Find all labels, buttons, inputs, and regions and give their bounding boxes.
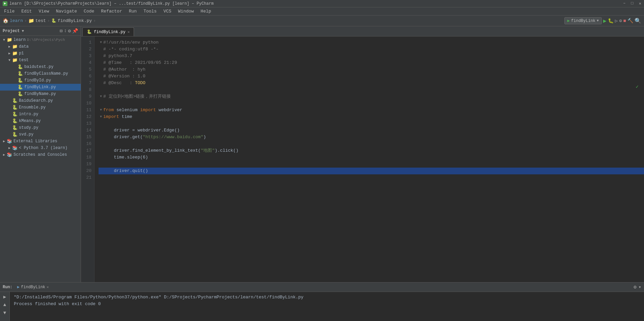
menu-view[interactable]: View [36,8,52,15]
line-number: 16 [81,141,91,147]
tree-arrow[interactable]: ▼ [7,58,12,62]
run-config-dropdown-icon[interactable]: ▼ [597,19,599,23]
tree-item-external-libraries[interactable]: ▶📚External Libraries [0,138,81,145]
tree-label: < Python 3.7 (learn) [19,146,68,150]
search-everywhere-icon[interactable]: 🔍 [635,18,641,24]
tree-arrow[interactable]: ▶ [1,139,7,143]
menu-window[interactable]: Window [176,8,197,15]
code-line [99,174,644,181]
code-area[interactable]: ▼#!/usr/bin/env python # -*- coding:utf8… [95,36,644,282]
profile-button[interactable]: ⊙ [619,18,622,24]
coverage-button[interactable]: ▷ [615,18,618,24]
menu-tools[interactable]: Tools [141,8,159,15]
menu-code[interactable]: Code [81,8,97,15]
debug-button[interactable]: 🐛 [608,18,614,24]
line-number: 1 [81,39,91,46]
fold-arrow-empty [99,67,103,72]
sort-icon[interactable]: ↕ [64,28,66,34]
tree-arrow[interactable]: ▶ [7,51,12,55]
bottom-tab-close[interactable]: ✕ [47,285,49,289]
fold-arrow-active[interactable]: ▼ [99,94,103,99]
tab-close-btn[interactable]: ✕ [128,30,130,34]
bottom-tab-run-icon: ▶ [17,285,20,290]
line-number: 8 [81,87,91,93]
bottom-tab-run-label: findByLink [21,285,45,290]
run-button[interactable]: ▶ [603,18,607,24]
code-token: # @Version : 1.0 [103,73,145,80]
tree-item-findbyclassname-py[interactable]: 🐍findByClassName.py [0,70,81,77]
code-line: # @Version : 1.0 [99,73,644,80]
pin-icon[interactable]: 📌 [72,28,78,34]
stop-button[interactable]: ■ [623,18,626,24]
code-line [99,120,644,127]
code-token: driver.quit() [103,168,148,174]
python-file-icon: 🐍 [18,84,23,90]
run-config-selector[interactable]: ▶ findByLink ▼ [564,17,602,24]
fold-arrow-empty [99,88,103,92]
tree-arrow[interactable]: ▶ [7,146,12,150]
tab-findByLink[interactable]: 🐍 findByLink.py ✕ [82,27,134,36]
rerun-btn[interactable]: ▶ [1,293,8,300]
folder-icon: 📁 [12,44,18,49]
tree-arrow[interactable]: ▶ [1,153,7,157]
python-file-icon: 🐍 [12,105,18,110]
close-btn[interactable]: ✕ [639,1,641,6]
collapse-all-icon[interactable]: ⊟ [60,28,62,34]
menu-refactor[interactable]: Refactor [98,8,125,15]
breadcrumb-file[interactable]: findByLink.py [58,18,92,23]
menu-help[interactable]: Help [198,8,214,15]
tree-item-intro-py[interactable]: 🐍intro.py [0,111,81,118]
code-token: selenium [114,107,140,114]
tree-item-findbyname-py[interactable]: 🐍findByName.py [0,91,81,97]
menu-run[interactable]: Run [126,8,139,15]
tree-item-kmeans-py[interactable]: 🐍kMeans.py [0,118,81,124]
menu-file[interactable]: File [1,8,17,15]
code-token: import [140,107,156,114]
sidebar-dropdown-icon[interactable]: ▼ [22,29,24,33]
fold-arrow-active[interactable]: ▼ [99,40,103,45]
fold-arrow-active[interactable]: ▼ [99,115,103,119]
tree-item-p1[interactable]: ▶📁p1 [0,50,81,57]
tree-item-findbylink-py[interactable]: 🐍findByLink.py [0,84,81,91]
bottom-content: ▶ ▲ ▼ "D:/InstalledS/Program Files/Pytho… [0,292,644,321]
scroll-down-btn[interactable]: ▼ [1,310,8,316]
line-number: 14 [81,127,91,134]
menu-vcs[interactable]: VCS [161,8,174,15]
maximize-btn[interactable]: □ [631,1,634,6]
code-line: # -*- coding:utf8 -*- [99,46,644,53]
menu-navigate[interactable]: Navigate [53,8,80,15]
tree-item-baidusearch-py[interactable]: 🐍BaiduSearch.py [0,97,81,104]
breadcrumb-learn[interactable]: learn [10,18,23,23]
tree-item-learn[interactable]: ▼📁learnD:\SProjects\Pych [0,36,81,43]
python-file-icon: 🐍 [18,78,23,83]
lib-icon: 📚 [7,139,12,144]
fold-arrow-active[interactable]: ▼ [99,108,103,113]
tree-item-test[interactable]: ▼📁test [0,57,81,64]
tree-item-scratches-and-consoles[interactable]: ▶📚Scratches and Consoles [0,151,81,158]
main-area: Project ▼ ⊟ ↕ ⚙ 📌 ▼📁learnD:\SProjects\Py… [0,26,644,282]
fold-arrow-empty [99,148,103,153]
code-line: driver.quit() [99,168,644,174]
minimize-btn[interactable]: – [623,1,625,6]
tree-item-baidutest-py[interactable]: 🐍baidutest.py [0,64,81,70]
scroll-up-btn[interactable]: ▲ [1,301,8,308]
tree-item-svd-py[interactable]: 🐍svd.py [0,131,81,138]
folder-icon: 📁 [12,57,18,63]
tree-item-data[interactable]: ▶📁data [0,43,81,50]
settings-icon[interactable]: ⚙ [68,28,71,34]
code-token: # python3.7 [103,53,132,59]
code-line: time.sleep(6) [99,154,644,161]
bottom-tab-run[interactable]: ▶ findByLink ✕ [15,284,51,290]
tree-arrow[interactable]: ▶ [7,45,12,49]
tree-item---python-3-7--learn-[interactable]: ▶📚< Python 3.7 (learn) [0,145,81,151]
build-button[interactable]: 🔨 [627,18,633,24]
tree-item-findbyid-py[interactable]: 🐍findById.py [0,77,81,84]
editor[interactable]: 123456789101112131415161718192021 ▼#!/us… [81,36,644,282]
tree-arrow[interactable]: ▼ [1,38,7,42]
menu-edit[interactable]: Edit [19,8,34,15]
breadcrumb-test[interactable]: test [35,18,46,23]
hide-panel-icon[interactable]: ▾ [639,284,641,290]
settings-gear-icon[interactable]: ⚙ [634,284,636,290]
tree-item-study-py[interactable]: 🐍study.py [0,124,81,131]
tree-item-ensumble-py[interactable]: 🐍Ensumble.py [0,104,81,111]
